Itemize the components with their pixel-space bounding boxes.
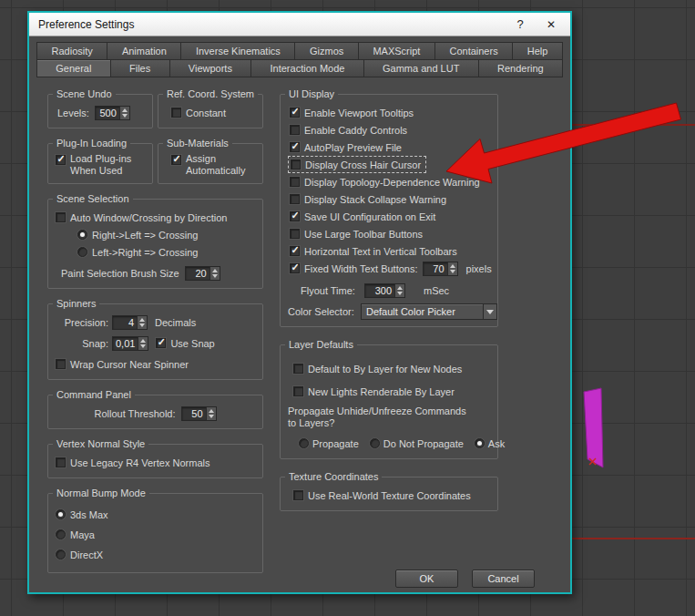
flyout-time-spinner[interactable]: 300 bbox=[364, 283, 405, 298]
tab-rendering[interactable]: Rendering bbox=[478, 59, 563, 77]
checkbox-auto-window-crossing[interactable]: Auto Window/Crossing by Direction bbox=[56, 209, 255, 226]
checkbox-legacy-r4-normals[interactable]: Use Legacy R4 Vertex Normals bbox=[56, 454, 255, 471]
radio-icon[interactable] bbox=[370, 438, 380, 448]
radio-right-left-crossing[interactable]: Right->Left => Crossing bbox=[77, 226, 255, 243]
chevron-down-icon[interactable] bbox=[483, 304, 496, 319]
fixed-width-spinner[interactable]: 70 bbox=[423, 262, 458, 276]
checkbox-icon[interactable] bbox=[293, 490, 303, 500]
checkbox-icon[interactable] bbox=[290, 194, 300, 204]
tab-gizmos[interactable]: Gizmos bbox=[294, 42, 358, 60]
checkbox-fixed-width-text-buttons[interactable]: Fixed Width Text Buttons: 70 pixels bbox=[288, 260, 490, 277]
spinner-value[interactable]: 300 bbox=[365, 284, 394, 297]
checkbox-icon[interactable] bbox=[290, 125, 300, 135]
checkbox-wrap-cursor[interactable]: Wrap Cursor Near Spinner bbox=[56, 355, 255, 373]
ok-button[interactable]: OK bbox=[395, 570, 458, 588]
spinner-down-icon[interactable] bbox=[210, 273, 220, 280]
checkbox-icon[interactable] bbox=[290, 246, 300, 256]
radio-propagate[interactable]: Propagate bbox=[299, 435, 359, 452]
checkbox-icon[interactable] bbox=[291, 159, 301, 169]
radio-icon[interactable] bbox=[56, 509, 66, 519]
checkbox-display-stack-collapse-warning[interactable]: Display Stack Collapse Warning bbox=[288, 190, 490, 208]
close-icon[interactable]: ✕ bbox=[536, 18, 567, 31]
tab-interaction-mode[interactable]: Interaction Mode bbox=[250, 59, 364, 77]
spinner-up-icon[interactable] bbox=[395, 284, 404, 291]
brush-size-spinner[interactable]: 20 bbox=[185, 266, 220, 281]
checkbox-autoplay-preview-file[interactable]: AutoPlay Preview File bbox=[288, 139, 490, 156]
checkbox-icon[interactable] bbox=[56, 457, 66, 467]
color-selector-dropdown[interactable]: Default Color Picker bbox=[361, 303, 497, 320]
checkbox-icon[interactable] bbox=[156, 338, 166, 348]
spinner-up-icon[interactable] bbox=[207, 407, 216, 414]
dialog-titlebar[interactable]: Preference Settings ? ✕ bbox=[29, 13, 570, 36]
tab-maxscript[interactable]: MAXScript bbox=[358, 42, 435, 60]
checkbox-real-world-texture-coords[interactable]: Use Real-World Texture Coordinates bbox=[293, 487, 490, 504]
spinner-up-icon[interactable] bbox=[210, 267, 220, 273]
checkbox-icon[interactable] bbox=[56, 359, 66, 369]
spinner-down-icon[interactable] bbox=[120, 113, 129, 119]
checkbox-default-by-layer[interactable]: Default to By Layer for New Nodes bbox=[293, 360, 490, 377]
checkbox-enable-caddy-controls[interactable]: Enable Caddy Controls bbox=[288, 121, 490, 139]
tab-inverse-kinematics[interactable]: Inverse Kinematics bbox=[180, 42, 295, 60]
precision-spinner[interactable]: 4 bbox=[112, 315, 148, 330]
checkbox-display-cross-hair-cursor[interactable]: Display Cross Hair Cursor bbox=[288, 156, 426, 173]
checkbox-icon[interactable] bbox=[293, 386, 303, 396]
radio-do-not-propagate[interactable]: Do Not Propagate bbox=[370, 435, 464, 452]
radio-icon[interactable] bbox=[56, 529, 66, 539]
radio-icon[interactable] bbox=[475, 438, 485, 448]
spinner-down-icon[interactable] bbox=[138, 323, 147, 329]
checkbox-icon[interactable] bbox=[293, 364, 303, 374]
checkbox-icon[interactable] bbox=[56, 212, 66, 222]
radio-left-right-crossing[interactable]: Left->Right => Crossing bbox=[77, 243, 255, 261]
checkbox-icon[interactable] bbox=[171, 108, 181, 118]
spinner-down-icon[interactable] bbox=[395, 291, 404, 297]
snap-spinner[interactable]: 0,01 bbox=[112, 336, 148, 351]
checkbox-assign-automatically[interactable]: Assign Automatically bbox=[171, 153, 255, 177]
checkbox-icon[interactable] bbox=[56, 155, 66, 165]
spinner-value[interactable]: 70 bbox=[424, 262, 447, 275]
radio-directx[interactable]: DirectX bbox=[56, 546, 255, 563]
radio-3ds-max[interactable]: 3ds Max bbox=[56, 506, 255, 523]
max-viewport-background[interactable]: { "window": { "title": "Preference Setti… bbox=[0, 0, 695, 616]
radio-ask[interactable]: Ask bbox=[475, 435, 505, 452]
spinner-up-icon[interactable] bbox=[138, 316, 147, 323]
checkbox-icon[interactable] bbox=[171, 155, 181, 165]
checkbox-display-topology-warning[interactable]: Display Topology-Dependence Warning bbox=[288, 173, 490, 190]
spinner-value[interactable]: 4 bbox=[113, 316, 137, 329]
radio-icon[interactable] bbox=[77, 230, 87, 240]
checkbox-use-large-toolbar-buttons[interactable]: Use Large Toolbar Buttons bbox=[288, 225, 490, 242]
spinner-up-icon[interactable] bbox=[120, 107, 129, 113]
checkbox-enable-viewport-tooltips[interactable]: Enable Viewport Tooltips bbox=[288, 104, 490, 121]
checkbox-icon[interactable] bbox=[290, 142, 300, 152]
checkbox-horizontal-text-vertical-toolbars[interactable]: Horizontal Text in Vertical Toolbars bbox=[288, 242, 490, 260]
spinner-value[interactable]: 500 bbox=[96, 107, 119, 119]
magenta-shape[interactable] bbox=[584, 388, 603, 467]
spinner-value[interactable]: 50 bbox=[182, 407, 206, 420]
spinner-value[interactable]: 20 bbox=[186, 267, 210, 280]
spinner-down-icon[interactable] bbox=[207, 414, 216, 420]
spinner-value[interactable]: 0,01 bbox=[113, 337, 138, 350]
spinner-down-icon[interactable] bbox=[448, 269, 457, 275]
checkbox-load-plugins-when-used[interactable]: Load Plug-ins When Used bbox=[56, 153, 145, 177]
checkbox-icon[interactable] bbox=[290, 108, 300, 118]
tab-help[interactable]: Help bbox=[512, 42, 563, 60]
undo-levels-spinner[interactable]: 500 bbox=[95, 106, 130, 120]
spinner-down-icon[interactable] bbox=[138, 344, 148, 350]
radio-icon[interactable] bbox=[299, 438, 309, 448]
checkbox-icon[interactable] bbox=[290, 229, 300, 239]
tab-containers[interactable]: Containers bbox=[434, 42, 513, 60]
tab-general[interactable]: General bbox=[36, 59, 111, 77]
checkbox-new-lights-renderable[interactable]: New Lights Renderable By Layer bbox=[293, 383, 490, 400]
spinner-up-icon[interactable] bbox=[448, 262, 457, 269]
tab-gamma-and-lut[interactable]: Gamma and LUT bbox=[363, 59, 479, 77]
checkbox-icon[interactable] bbox=[290, 177, 300, 187]
dropdown-value[interactable]: Default Color Picker bbox=[362, 304, 483, 319]
radio-maya[interactable]: Maya bbox=[56, 526, 255, 543]
spinner-up-icon[interactable] bbox=[138, 337, 148, 344]
cancel-button[interactable]: Cancel bbox=[472, 570, 535, 588]
tab-animation[interactable]: Animation bbox=[107, 42, 181, 60]
checkbox-icon[interactable] bbox=[290, 211, 300, 221]
rollout-threshold-spinner[interactable]: 50 bbox=[181, 406, 217, 421]
checkbox-icon[interactable] bbox=[290, 263, 300, 273]
checkbox-constant[interactable]: Constant bbox=[171, 104, 255, 121]
radio-icon[interactable] bbox=[77, 247, 87, 257]
